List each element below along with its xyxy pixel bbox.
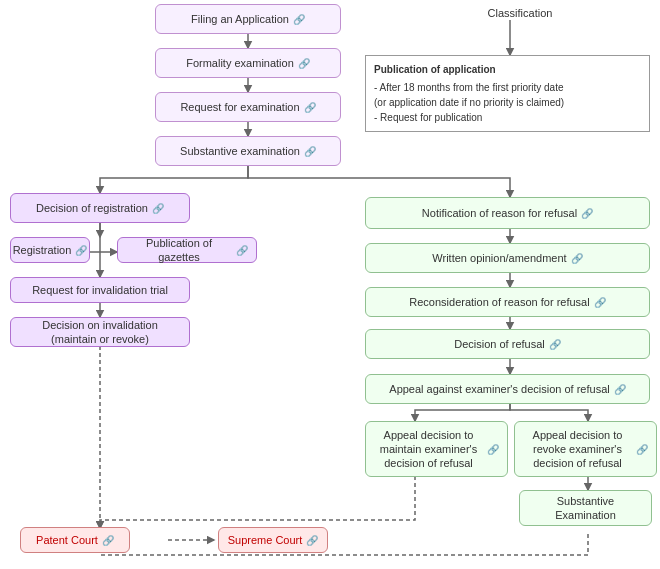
appeal-revoke-node[interactable]: Appeal decision to revoke examiner's dec… (514, 421, 657, 477)
written-opinion-node[interactable]: Written opinion/amendment 🔗 (365, 243, 650, 273)
supreme-court-label: Supreme Court (228, 533, 303, 547)
decision-reg-node[interactable]: Decision of registration 🔗 (10, 193, 190, 223)
classification-label: Classification (488, 6, 553, 20)
substantive-label: Substantive examination (180, 144, 300, 158)
written-opinion-link-icon[interactable]: 🔗 (571, 252, 583, 265)
reconsideration-link-icon[interactable]: 🔗 (594, 296, 606, 309)
reconsideration-label: Reconsideration of reason for refusal (409, 295, 589, 309)
patent-court-node[interactable]: Patent Court 🔗 (20, 527, 130, 553)
appeal-revoke-link-icon[interactable]: 🔗 (636, 443, 648, 456)
decision-refusal-node[interactable]: Decision of refusal 🔗 (365, 329, 650, 359)
written-opinion-label: Written opinion/amendment (432, 251, 566, 265)
decision-refusal-label: Decision of refusal (454, 337, 545, 351)
decision-reg-link-icon[interactable]: 🔗 (152, 202, 164, 215)
patent-court-label: Patent Court (36, 533, 98, 547)
substantive-link-icon[interactable]: 🔗 (304, 145, 316, 158)
substantive-node[interactable]: Substantive examination 🔗 (155, 136, 341, 166)
appeal-against-label: Appeal against examiner's decision of re… (389, 382, 609, 396)
patent-court-link-icon[interactable]: 🔗 (102, 534, 114, 547)
request-exam-node[interactable]: Request for examination 🔗 (155, 92, 341, 122)
pub-gazettes-label: Publication of gazettes (126, 236, 232, 265)
supreme-court-node[interactable]: Supreme Court 🔗 (218, 527, 328, 553)
supreme-court-link-icon[interactable]: 🔗 (306, 534, 318, 547)
request-exam-link-icon[interactable]: 🔗 (304, 101, 316, 114)
decision-invalid-node[interactable]: Decision on invalidation (maintain or re… (10, 317, 190, 347)
pub-application-line2: (or application date if no priority is c… (374, 95, 641, 110)
appeal-against-node[interactable]: Appeal against examiner's decision of re… (365, 374, 650, 404)
decision-refusal-link-icon[interactable]: 🔗 (549, 338, 561, 351)
notif-refusal-label: Notification of reason for refusal (422, 206, 577, 220)
reconsideration-node[interactable]: Reconsideration of reason for refusal 🔗 (365, 287, 650, 317)
appeal-maintain-link-icon[interactable]: 🔗 (487, 443, 499, 456)
registration-link-icon[interactable]: 🔗 (75, 244, 87, 257)
registration-label: Registration (13, 243, 72, 257)
pub-application-line3: - Request for publication (374, 110, 641, 125)
formality-link-icon[interactable]: 🔗 (298, 57, 310, 70)
filing-link-icon[interactable]: 🔗 (293, 13, 305, 26)
appeal-maintain-node[interactable]: Appeal decision to maintain examiner's d… (365, 421, 508, 477)
request-exam-label: Request for examination (180, 100, 299, 114)
pub-application-title: Publication of application (374, 62, 641, 77)
pub-gazettes-link-icon[interactable]: 🔗 (236, 244, 248, 257)
filing-node[interactable]: Filing an Application 🔗 (155, 4, 341, 34)
formality-node[interactable]: Formality examination 🔗 (155, 48, 341, 78)
formality-label: Formality examination (186, 56, 294, 70)
pub-gazettes-node[interactable]: Publication of gazettes 🔗 (117, 237, 257, 263)
classification-node: Classification (455, 4, 585, 22)
req-invalid-node[interactable]: Request for invalidation trial (10, 277, 190, 303)
flowchart: Filing an Application 🔗 Formality examin… (0, 0, 660, 569)
notif-refusal-node[interactable]: Notification of reason for refusal 🔗 (365, 197, 650, 229)
appeal-against-link-icon[interactable]: 🔗 (614, 383, 626, 396)
decision-reg-label: Decision of registration (36, 201, 148, 215)
notif-refusal-link-icon[interactable]: 🔗 (581, 207, 593, 220)
substantive2-label: Substantive Examination (528, 494, 643, 523)
req-invalid-label: Request for invalidation trial (32, 283, 168, 297)
substantive2-node[interactable]: Substantive Examination (519, 490, 652, 526)
decision-invalid-label: Decision on invalidation (maintain or re… (19, 318, 181, 347)
registration-node[interactable]: Registration 🔗 (10, 237, 90, 263)
filing-label: Filing an Application (191, 12, 289, 26)
appeal-revoke-label: Appeal decision to revoke examiner's dec… (523, 428, 632, 471)
pub-application-line1: - After 18 months from the first priorit… (374, 80, 641, 95)
appeal-maintain-label: Appeal decision to maintain examiner's d… (374, 428, 483, 471)
pub-application-box: Publication of application - After 18 mo… (365, 55, 650, 132)
